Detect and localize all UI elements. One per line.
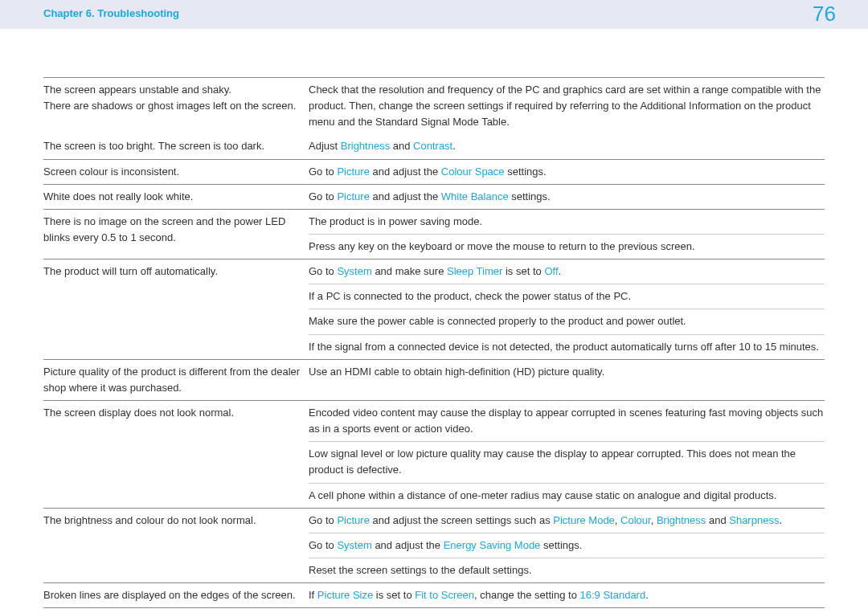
solution-cell: Go to Picture and adjust the Colour Spac… [309,164,825,180]
link-picture: Picture [337,514,369,526]
issue-cell: There is no image on the screen and the … [43,210,309,259]
issue-cell: The screen is too bright. The screen is … [43,138,309,154]
solution-text: Reset the screen settings to the default… [309,558,825,582]
solution-text: settings. [505,166,547,178]
link-brightness: Brightness [341,140,390,152]
issue-cell: The screen appears unstable and shaky. T… [43,82,309,130]
solution-text: Press any key on the keyboard or move th… [309,235,825,259]
solution-cell: Use an HDMI cable to obtain high-definit… [309,364,825,396]
solution-cell: Adjust Brightness and Contrast. [309,138,825,154]
solution-text: A cell phone within a distance of one-me… [309,484,825,508]
solution-text: The product is in power saving mode. [309,210,825,235]
page-number: 76 [813,2,836,27]
solution-text: Go to Picture and adjust the screen sett… [309,509,825,533]
link-picture: Picture [337,166,369,178]
solution-text: . [452,140,456,152]
issue-cell: Screen colour is inconsistent. [43,164,309,180]
issue-cell: White does not really look white. [43,189,309,205]
chapter-title: Chapter 6. Troubleshooting [43,7,179,19]
solution-text: and adjust the [370,166,441,178]
solution-text: If a PC is connected to the product, che… [309,284,825,309]
solution-text: settings. [509,190,551,202]
page-header: Chapter 6. Troubleshooting 76 [0,0,868,29]
solution-text: Go to [309,190,337,202]
link-off: Off [544,265,558,277]
solution-text: and [390,140,413,152]
troubleshooting-table: The screen appears unstable and shaky. T… [0,29,868,613]
solution-text: Adjust [309,140,341,152]
link-colour-space: Colour Space [441,166,505,178]
solution-cell: These lines are displayed when there is … [309,608,825,613]
solution-text: Go to System and make sure Sleep Timer i… [309,260,825,284]
issue-cell: Broken lines are displayed on the edges … [43,587,309,603]
link-picture-mode: Picture Mode [553,514,615,526]
issue-cell: Picture quality of the product is differ… [43,364,309,396]
solution-cell: Check that the resolution and frequency … [309,82,825,130]
issue-cell: The screen display does not look normal. [43,401,309,508]
link-system: System [337,265,371,277]
issue-text: There are shadows or ghost images left o… [43,98,301,114]
link-energy-saving-mode: Energy Saving Mode [444,539,541,551]
issue-cell: The brightness and colour do not look no… [43,509,309,582]
link-sharpness: Sharpness [729,514,779,526]
solution-text: Encoded video content may cause the disp… [309,401,825,442]
link-fit-to-screen: Fit to Screen [415,589,474,601]
solution-cell: If Picture Size is set to Fit to Screen,… [309,587,825,603]
solution-cell: Go to Picture and adjust the White Balan… [309,189,825,205]
link-sleep-timer: Sleep Timer [447,265,502,277]
link-contrast: Contrast [413,140,452,152]
link-white-balance: White Balance [441,190,509,202]
solution-cell: Go to Picture and adjust the screen sett… [309,509,825,582]
solution-text: and adjust the [370,190,441,202]
solution-text: These lines are displayed when there is … [309,608,825,613]
solution-text: Go to [309,166,337,178]
solution-text: Make sure the power cable is connected p… [309,309,825,334]
solution-cell: Go to System and make sure Sleep Timer i… [309,260,825,359]
solution-text: Go to System and adjust the Energy Savin… [309,533,825,558]
issue-cell: The product will turn off automatically. [43,260,309,359]
link-16-9-standard: 16:9 Standard [580,589,646,601]
solution-cell: Encoded video content may cause the disp… [309,401,825,508]
link-picture-size: Picture Size [317,589,373,601]
link-picture: Picture [337,190,369,202]
solution-text: If the signal from a connected device is… [309,335,825,359]
solution-cell: The product is in power saving mode. Pre… [309,210,825,259]
link-system: System [337,539,371,551]
link-colour: Colour [620,514,651,526]
link-brightness: Brightness [657,514,706,526]
issue-cell: Lines (red, green or blue) are displayed… [43,608,309,613]
solution-text: Low signal level or low picture quality … [309,442,825,483]
issue-text: The screen appears unstable and shaky. [43,82,301,98]
